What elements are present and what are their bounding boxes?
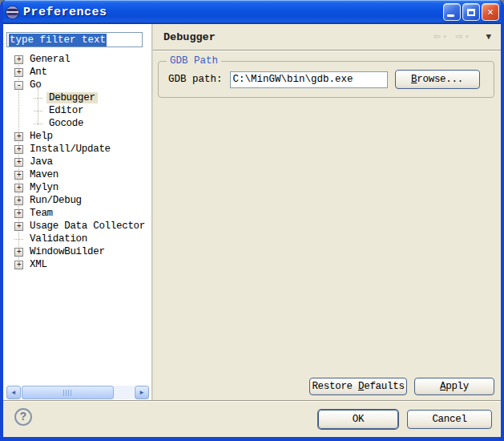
tree-expander-icon[interactable]: + xyxy=(14,145,23,154)
gdb-path-group: GDB Path GDB path: Browse... xyxy=(158,61,494,98)
tree-item-label: WindowBuilder xyxy=(27,246,107,257)
minimize-icon xyxy=(447,14,454,17)
scroll-right-icon: ► xyxy=(140,389,144,396)
tree-expander-icon[interactable]: + xyxy=(14,196,23,205)
back-dropdown-icon[interactable]: ▾ xyxy=(443,34,447,40)
tree-expander-icon[interactable]: + xyxy=(14,261,23,269)
browse-button[interactable]: Browse... xyxy=(395,70,480,89)
page-button-row: Restore Defaults Apply xyxy=(309,378,494,395)
cancel-button[interactable]: Cancel xyxy=(407,410,492,429)
tree-item-label: Debugger xyxy=(46,92,98,103)
close-icon: ✕ xyxy=(487,7,494,18)
tree-leaf-stub xyxy=(34,98,42,99)
tree-expander-icon[interactable]: + xyxy=(14,209,23,218)
tree-item-ant[interactable]: +Ant xyxy=(3,66,151,79)
gdb-path-row: GDB path: Browse... xyxy=(159,62,494,97)
preference-page-panel: Debugger ⇦ ▾ ⇨ ▾ ▼ GDB Path GDB path: Br… xyxy=(153,24,501,401)
tree-item-label: Install/Update xyxy=(27,144,113,155)
tree-item-label: Editor xyxy=(46,105,86,116)
help-icon: ? xyxy=(20,411,26,423)
gdb-path-input[interactable] xyxy=(230,71,388,88)
tree-leaf-stub xyxy=(34,123,42,124)
tree-item-label: XML xyxy=(27,259,50,270)
scroll-left-icon: ◄ xyxy=(12,389,16,396)
tree-item-install-update[interactable]: +Install/Update xyxy=(3,143,151,156)
tree-item-go[interactable]: -Go xyxy=(3,79,151,91)
tree-item-gocode[interactable]: Gocode xyxy=(3,117,151,130)
tree-item-label: Mylyn xyxy=(27,182,61,193)
titlebar[interactable]: Preferences ✕ xyxy=(0,0,504,24)
scroll-right-button[interactable]: ► xyxy=(135,386,149,399)
tree-item-label: Run/Debug xyxy=(27,195,84,206)
tree-expander-icon[interactable]: + xyxy=(14,222,23,231)
tree-item-xml[interactable]: +XML xyxy=(3,258,151,271)
tree-item-label: Usage Data Collector xyxy=(27,220,147,232)
tree-item-label: Ant xyxy=(27,67,50,78)
forward-dropdown-icon[interactable]: ▾ xyxy=(466,34,470,40)
gdb-path-label: GDB path: xyxy=(168,74,223,85)
tree-item-maven[interactable]: +Maven xyxy=(3,168,151,181)
tree-leaf-stub xyxy=(14,239,23,240)
tree-item-usage-data-collector[interactable]: +Usage Data Collector xyxy=(3,220,151,233)
page-header: Debugger ⇦ ▾ ⇨ ▾ ▼ xyxy=(153,24,501,51)
restore-defaults-button[interactable]: Restore Defaults xyxy=(309,378,407,395)
preferences-dialog: Preferences ✕ type filter text +General+… xyxy=(0,0,504,441)
close-button[interactable]: ✕ xyxy=(482,3,499,21)
tree-item-help[interactable]: +Help xyxy=(3,130,151,143)
filter-input-value: type filter text xyxy=(9,34,107,47)
horizontal-scrollbar[interactable]: ◄ ► xyxy=(6,386,149,399)
tree-expander-icon[interactable]: + xyxy=(14,158,23,167)
tree-item-team[interactable]: +Team xyxy=(3,207,151,220)
apply-post: pply xyxy=(446,381,469,392)
tree-expander-icon[interactable]: + xyxy=(14,132,23,141)
tree-item-label: Maven xyxy=(27,169,61,180)
window-controls: ✕ xyxy=(443,3,499,21)
tree-item-run-debug[interactable]: +Run/Debug xyxy=(3,194,151,207)
tree-leaf-stub xyxy=(34,111,42,111)
forward-arrow-icon[interactable]: ⇨ xyxy=(456,31,463,43)
scrollbar-thumb[interactable] xyxy=(22,386,114,399)
maximize-button[interactable] xyxy=(462,3,480,21)
tree-item-general[interactable]: +General xyxy=(3,53,151,66)
tree-item-label: Java xyxy=(27,156,55,168)
back-arrow-icon[interactable]: ⇦ xyxy=(433,31,441,43)
tree-item-validation[interactable]: Validation xyxy=(3,233,151,245)
eclipse-logo-icon xyxy=(6,6,18,18)
apply-button[interactable]: Apply xyxy=(414,378,494,395)
rd-pre: Restore xyxy=(312,381,358,392)
help-button[interactable]: ? xyxy=(14,408,32,426)
tree-expander-icon[interactable]: + xyxy=(14,184,23,192)
scroll-left-button[interactable]: ◄ xyxy=(6,386,21,399)
gdb-path-group-label: GDB Path xyxy=(167,55,221,67)
dialog-body: type filter text +General+Ant-GoDebugger… xyxy=(3,24,501,401)
view-menu-icon[interactable]: ▼ xyxy=(486,33,491,42)
ok-button[interactable]: OK xyxy=(318,410,398,429)
tree-expander-icon[interactable]: + xyxy=(14,68,23,77)
tree-item-label: Go xyxy=(27,79,43,91)
page-nav: ⇦ ▾ ⇨ ▾ ▼ xyxy=(433,31,491,43)
tree-item-label: Gocode xyxy=(46,118,86,129)
tree-item-windowbuilder[interactable]: +WindowBuilder xyxy=(3,245,151,258)
tree-expander-icon[interactable]: - xyxy=(14,81,23,90)
dialog-button-bar: ? OK Cancel xyxy=(3,400,501,437)
minimize-button[interactable] xyxy=(443,3,461,21)
tree-item-debugger[interactable]: Debugger xyxy=(3,91,151,104)
tree-item-label: Help xyxy=(27,131,55,142)
tree-item-editor[interactable]: Editor xyxy=(3,104,151,117)
scrollbar-track[interactable] xyxy=(22,386,134,399)
tree-item-label: General xyxy=(27,54,72,65)
rd-post: efaults xyxy=(364,381,404,392)
tree-expander-icon[interactable]: + xyxy=(14,55,23,64)
tree-item-label: Team xyxy=(27,208,55,219)
tree-expander-icon[interactable]: + xyxy=(14,248,23,257)
tree-expander-icon[interactable]: + xyxy=(14,171,23,180)
ok-cancel-row: OK Cancel xyxy=(318,410,492,429)
browse-label: rowse... xyxy=(417,74,463,85)
maximize-icon xyxy=(467,9,475,16)
filter-input[interactable]: type filter text xyxy=(6,32,143,47)
tree-item-mylyn[interactable]: +Mylyn xyxy=(3,181,151,194)
window-title: Preferences xyxy=(23,6,107,19)
categories-panel: type filter text +General+Ant-GoDebugger… xyxy=(3,24,151,401)
tree-item-java[interactable]: +Java xyxy=(3,156,151,168)
page-title: Debugger xyxy=(163,31,216,43)
